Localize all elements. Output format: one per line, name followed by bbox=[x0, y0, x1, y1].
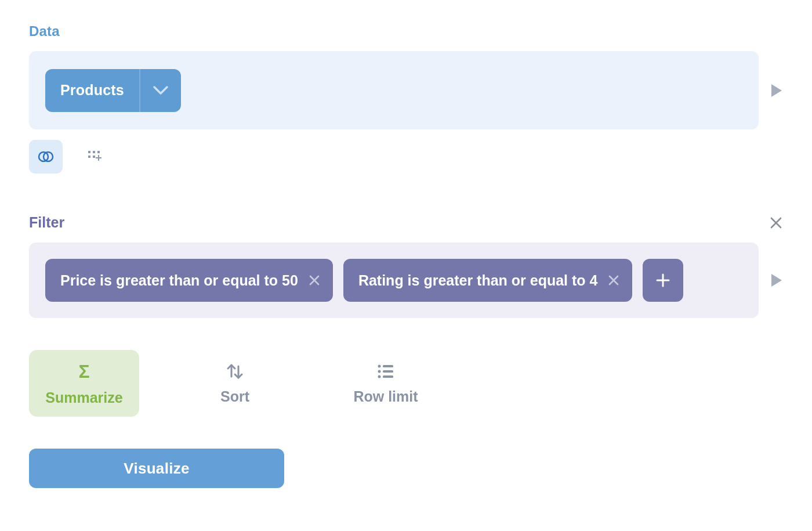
sigma-icon: Σ bbox=[78, 361, 89, 382]
list-icon bbox=[376, 362, 396, 381]
play-icon[interactable] bbox=[770, 273, 783, 288]
visualize-button[interactable]: Visualize bbox=[29, 449, 284, 488]
summarize-button[interactable]: Σ Summarize bbox=[29, 350, 139, 417]
play-icon[interactable] bbox=[770, 83, 783, 98]
svg-rect-3 bbox=[88, 151, 90, 153]
data-panel: Products bbox=[29, 51, 759, 129]
table-chip-label: Products bbox=[45, 69, 139, 112]
filter-chip[interactable]: Price is greater than or equal to 50 bbox=[45, 259, 333, 302]
svg-marker-18 bbox=[771, 274, 782, 287]
svg-marker-0 bbox=[771, 84, 782, 97]
svg-point-25 bbox=[378, 375, 381, 378]
remove-filter-icon[interactable] bbox=[608, 274, 619, 286]
svg-rect-5 bbox=[97, 151, 100, 153]
table-chip[interactable]: Products bbox=[45, 69, 181, 112]
svg-point-23 bbox=[378, 370, 381, 373]
chevron-down-icon[interactable] bbox=[140, 69, 181, 112]
visualize-label: Visualize bbox=[124, 460, 190, 478]
grid-plus-icon bbox=[87, 150, 104, 164]
join-icon bbox=[37, 150, 55, 164]
custom-column-button[interactable] bbox=[79, 140, 113, 174]
filter-chip[interactable]: Rating is greater than or equal to 4 bbox=[343, 259, 633, 302]
svg-rect-22 bbox=[383, 365, 393, 367]
plus-icon bbox=[655, 273, 670, 288]
svg-rect-26 bbox=[383, 375, 393, 378]
filter-section-label: Filter bbox=[29, 214, 64, 231]
svg-rect-24 bbox=[383, 370, 393, 373]
sort-button[interactable]: Sort bbox=[180, 350, 290, 417]
filter-chip-label: Price is greater than or equal to 50 bbox=[60, 272, 298, 289]
svg-rect-7 bbox=[93, 156, 95, 158]
close-icon[interactable] bbox=[769, 216, 783, 230]
svg-rect-6 bbox=[88, 156, 90, 158]
add-filter-button[interactable] bbox=[643, 259, 683, 302]
sort-label: Sort bbox=[220, 388, 249, 405]
sort-icon bbox=[225, 362, 245, 381]
filter-chip-label: Rating is greater than or equal to 4 bbox=[358, 272, 598, 289]
filter-panel: Price is greater than or equal to 50 Rat… bbox=[29, 243, 759, 318]
svg-point-21 bbox=[378, 365, 381, 368]
join-data-button[interactable] bbox=[29, 140, 63, 174]
remove-filter-icon[interactable] bbox=[309, 274, 320, 286]
row-limit-label: Row limit bbox=[353, 388, 418, 405]
svg-rect-4 bbox=[93, 151, 95, 153]
row-limit-button[interactable]: Row limit bbox=[331, 350, 441, 417]
data-section-label: Data bbox=[29, 23, 783, 39]
summarize-label: Summarize bbox=[45, 389, 122, 406]
